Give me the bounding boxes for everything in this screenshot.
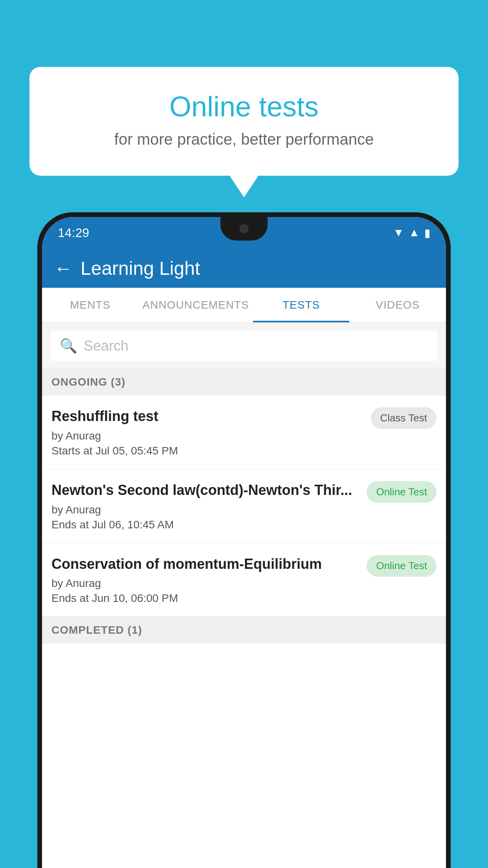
test-name: Reshuffling test (51, 407, 365, 426)
promo-subtitle: for more practice, better performance (61, 131, 427, 148)
wifi-icon: ▼ (393, 226, 404, 239)
search-bar[interactable]: 🔍 Search (50, 330, 438, 362)
tab-videos[interactable]: VIDEOS (349, 288, 446, 322)
test-item[interactable]: Reshuffling test by Anurag Starts at Jul… (42, 395, 446, 469)
test-author: by Anurag (51, 504, 360, 516)
badge-online-test-2: Online Test (367, 555, 437, 577)
test-item[interactable]: Newton's Second law(contd)-Newton's Thir… (42, 469, 446, 543)
test-author: by Anurag (51, 577, 360, 590)
search-icon: 🔍 (60, 338, 77, 354)
back-button[interactable]: ← (54, 257, 73, 279)
test-date: Starts at Jul 05, 05:45 PM (51, 445, 365, 457)
test-name: Newton's Second law(contd)-Newton's Thir… (51, 481, 360, 500)
test-item-content: Newton's Second law(contd)-Newton's Thir… (51, 481, 360, 531)
signal-icon: ▲ (409, 226, 420, 239)
completed-section-header: COMPLETED (1) (42, 617, 446, 644)
ongoing-section-header: ONGOING (3) (42, 369, 446, 395)
tab-ments[interactable]: MENTS (42, 288, 139, 322)
app-header: ← Learning Light (42, 248, 446, 288)
test-name: Conservation of momentum-Equilibrium (51, 555, 360, 574)
test-author: by Anurag (51, 430, 365, 442)
phone-frame: 14:29 ▼ ▲ ▮ ← Learning Light MENTS ANNOU… (37, 212, 451, 868)
status-icons: ▼ ▲ ▮ (393, 226, 430, 239)
test-item-content: Conservation of momentum-Equilibrium by … (51, 555, 360, 605)
badge-class-test: Class Test (371, 407, 437, 429)
speech-bubble: Online tests for more practice, better p… (29, 67, 459, 176)
phone-screen: 14:29 ▼ ▲ ▮ ← Learning Light MENTS ANNOU… (42, 217, 446, 868)
battery-icon: ▮ (424, 226, 430, 239)
status-bar: 14:29 ▼ ▲ ▮ (42, 217, 446, 248)
notch (220, 217, 268, 241)
tab-announcements[interactable]: ANNOUNCEMENTS (139, 288, 253, 322)
badge-online-test: Online Test (367, 481, 437, 503)
tabs-bar: MENTS ANNOUNCEMENTS TESTS VIDEOS (42, 288, 446, 323)
test-item[interactable]: Conservation of momentum-Equilibrium by … (42, 543, 446, 617)
status-time: 14:29 (58, 226, 89, 240)
test-date: Ends at Jul 06, 10:45 AM (51, 519, 360, 531)
test-item-content: Reshuffling test by Anurag Starts at Jul… (51, 407, 365, 457)
tab-tests[interactable]: TESTS (253, 288, 350, 322)
search-container: 🔍 Search (42, 323, 446, 369)
promo-title: Online tests (61, 90, 427, 123)
test-date: Ends at Jun 10, 06:00 PM (51, 592, 360, 605)
search-placeholder: Search (84, 338, 128, 354)
app-title: Learning Light (81, 257, 200, 279)
camera (239, 224, 249, 234)
